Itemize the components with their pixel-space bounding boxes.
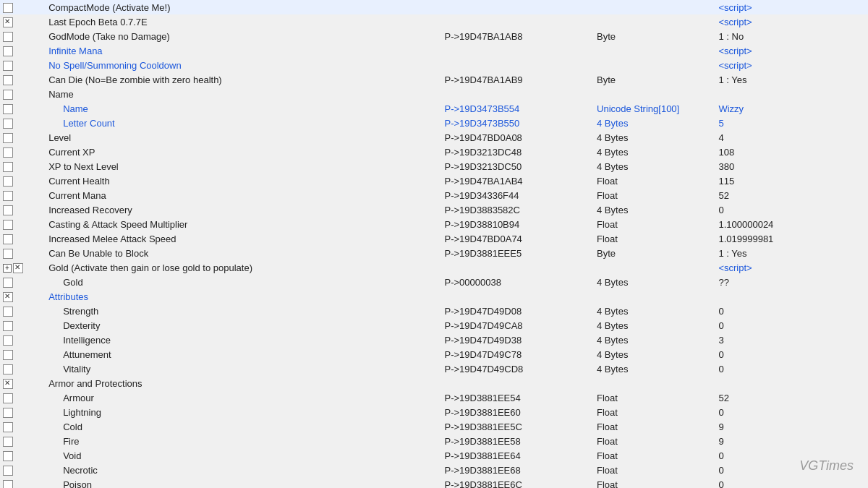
addr-cell: P->19D47BD0A08 (442, 130, 595, 145)
checkbox-x[interactable] (13, 263, 23, 273)
check-cell (0, 130, 46, 145)
row-label[interactable]: No Spell/Summoning Cooldown (48, 60, 182, 71)
table-row[interactable]: XP to Next LevelP->19D3213DC504 Bytes380 (0, 159, 868, 174)
type-value: Byte (597, 248, 616, 259)
checkbox[interactable] (3, 364, 13, 374)
table-row[interactable]: AttunementP->19D47D49C784 Bytes0 (0, 347, 868, 361)
checkbox[interactable] (3, 408, 13, 418)
row-label[interactable]: Attributes (48, 291, 88, 302)
row-value: ?? (718, 277, 728, 288)
row-label: Void (48, 450, 81, 461)
table-row[interactable]: Increased RecoveryP->19D3883582C4 Bytes0 (0, 202, 868, 217)
table-row[interactable]: FireP->19D3881EE58Float9 (0, 434, 868, 448)
table-row[interactable]: Current HealthP->19D47BA1AB4Float115 (0, 174, 868, 188)
checkbox[interactable] (3, 321, 13, 331)
checkbox[interactable] (3, 104, 13, 114)
table-row[interactable]: Can Die (No=Be zombie with zero health)P… (0, 72, 868, 87)
checkbox[interactable] (3, 422, 13, 432)
table-row[interactable]: Name (0, 87, 868, 101)
checkbox[interactable] (3, 147, 13, 158)
checkbox[interactable] (3, 466, 13, 476)
table-row[interactable]: Can Be Unable to BlockP->19D3881EEE5Byte… (0, 246, 868, 260)
type-cell: 4 Bytes (594, 116, 715, 130)
table-row[interactable]: LevelP->19D47BD0A084 Bytes4 (0, 130, 868, 145)
table-row[interactable]: NecroticP->19D3881EE68Float0 (0, 463, 868, 477)
value-cell: 0 (715, 361, 868, 376)
checkbox[interactable] (3, 249, 13, 259)
table-row[interactable]: Letter CountP->19D3473B5504 Bytes5 (0, 116, 868, 130)
table-row[interactable]: IntelligenceP->19D47D49D384 Bytes3 (0, 333, 868, 347)
value-cell: <script> (715, 14, 868, 29)
checkbox[interactable] (3, 278, 13, 288)
table-row[interactable]: Current XPP->19D3213DC484 Bytes108 (0, 145, 868, 159)
checkbox[interactable] (3, 46, 13, 56)
table-row[interactable]: ArmourP->19D3881EE54Float52 (0, 390, 868, 405)
table-row[interactable]: GoldP->000000384 Bytes?? (0, 275, 868, 289)
value-cell: 1.100000024 (715, 217, 868, 231)
checkbox[interactable] (3, 393, 13, 403)
checkbox[interactable] (3, 3, 13, 13)
checkbox[interactable] (3, 32, 13, 42)
checkbox[interactable] (3, 119, 13, 129)
checkbox[interactable] (3, 234, 13, 244)
row-label[interactable]: Letter Count (48, 118, 115, 129)
table-row[interactable]: Armor and Protections (0, 376, 868, 390)
check-cell (0, 14, 46, 29)
row-label[interactable]: Name (48, 103, 88, 114)
checkbox[interactable] (3, 307, 13, 317)
table-row[interactable]: Increased Melee Attack SpeedP->19D47BD0A… (0, 231, 868, 246)
checkbox[interactable] (3, 335, 13, 346)
checkbox[interactable] (3, 75, 13, 85)
check-cell (0, 159, 46, 174)
main-container[interactable]: CompactMode (Activate Me!)<script>Last E… (0, 0, 868, 488)
table-row[interactable]: NameP->19D3473B554Unicode String[100]Wiz… (0, 101, 868, 116)
checkbox[interactable] (3, 205, 13, 215)
checkbox-x[interactable] (3, 292, 13, 302)
checkbox[interactable] (3, 176, 13, 187)
checkbox-x[interactable] (3, 379, 13, 389)
table-row[interactable]: No Spell/Summoning Cooldown<script> (0, 58, 868, 72)
checkbox[interactable] (3, 90, 13, 100)
check-cell (0, 275, 46, 289)
table-row[interactable]: ColdP->19D3881EE5CFloat9 (0, 419, 868, 434)
table-row[interactable]: LightningP->19D3881EE60Float0 (0, 405, 868, 419)
table-row[interactable]: Casting & Attack Speed MultiplierP->19D3… (0, 217, 868, 231)
type-cell: Float (594, 390, 715, 405)
checkbox[interactable] (3, 61, 13, 71)
row-label: Vitality (48, 364, 90, 374)
checkbox[interactable] (3, 480, 13, 488)
checkbox-x[interactable] (3, 17, 13, 27)
row-label: Armor and Protections (48, 378, 142, 389)
type-cell (594, 260, 715, 275)
checkbox[interactable] (3, 350, 13, 360)
table-row[interactable]: Current ManaP->19D34336F44Float52 (0, 188, 868, 202)
checkbox[interactable] (3, 437, 13, 447)
table-row[interactable]: StrengthP->19D47D49D084 Bytes0 (0, 304, 868, 318)
row-label[interactable]: Infinite Mana (48, 46, 102, 56)
table-row[interactable]: VoidP->19D3881EE64Float0 (0, 448, 868, 463)
checkbox[interactable] (3, 133, 13, 143)
table-row[interactable]: CompactMode (Activate Me!)<script> (0, 0, 868, 14)
row-value: 1.019999981 (718, 234, 773, 244)
table-row[interactable]: GodMode (Take no Damage)P->19D47BA1AB8By… (0, 29, 868, 43)
checkbox[interactable] (3, 220, 13, 230)
type-value: Unicode String[100] (597, 103, 679, 114)
type-cell: 4 Bytes (594, 202, 715, 217)
type-cell (594, 43, 715, 58)
label-cell: Can Be Unable to Block (46, 246, 441, 260)
table-row[interactable]: DexterityP->19D47D49CA84 Bytes0 (0, 318, 868, 333)
row-label: Strength (48, 306, 98, 317)
table-row[interactable]: +Gold (Activate then gain or lose gold t… (0, 260, 868, 275)
type-value: Float (597, 190, 618, 201)
expand-icon[interactable]: + (3, 264, 12, 273)
addr-value: P->19D3473B554 (445, 103, 520, 114)
table-row[interactable]: PoisonP->19D3881EE6CFloat0 (0, 477, 868, 488)
addr-cell: P->19D3881EEE5 (442, 246, 595, 260)
table-row[interactable]: Infinite Mana<script> (0, 43, 868, 58)
checkbox[interactable] (3, 191, 13, 201)
checkbox[interactable] (3, 451, 13, 461)
table-row[interactable]: Attributes (0, 289, 868, 304)
table-row[interactable]: VitalityP->19D47D49CD84 Bytes0 (0, 361, 868, 376)
table-row[interactable]: Last Epoch Beta 0.7.7E<script> (0, 14, 868, 29)
checkbox[interactable] (3, 162, 13, 172)
